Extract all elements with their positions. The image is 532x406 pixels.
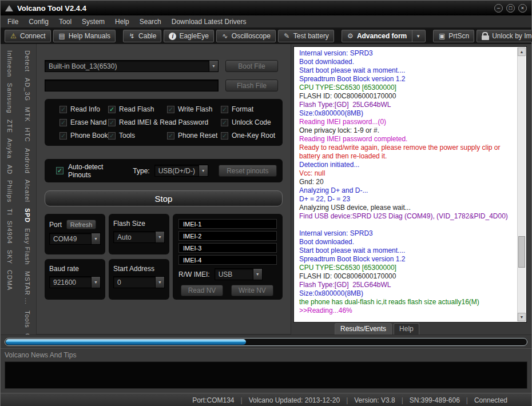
toolbar-button[interactable]: ⚙ Advanced form ▼ — [342, 30, 426, 42]
sidebar-column-2: DetectAD_3GMTKHTCAndroidAlcatelSPDEasy F… — [18, 47, 36, 335]
warning-icon: ⚠ — [10, 33, 17, 39]
operation-checkbox[interactable]: Read IMEI & Read Password — [108, 118, 167, 126]
boot-select[interactable]: Built-in Boot_13(6530) — [45, 60, 219, 72]
operation-checkbox[interactable]: Tools — [108, 132, 167, 140]
flash-file-button[interactable]: Flash File — [225, 79, 278, 91]
imei-field[interactable]: IMEI-3 — [178, 243, 277, 253]
sidebar-tab[interactable]: MSTAR ... — [23, 269, 31, 307]
sidebar-tab[interactable]: Anyka — [6, 136, 14, 161]
sidebar-tab[interactable]: MTK — [23, 105, 31, 124]
port-select[interactable]: COM49 — [49, 233, 101, 245]
log-scrollbar[interactable] — [517, 47, 526, 321]
progress-bar — [5, 338, 527, 346]
toolbar-button[interactable]: ⚠ Connect — [5, 30, 51, 42]
sidebar-tab[interactable]: HTC — [23, 125, 31, 145]
sidebar-tab[interactable]: AD_3G — [23, 75, 31, 104]
auto-detect-checkbox[interactable] — [56, 167, 63, 174]
flash-file-input[interactable] — [45, 79, 219, 91]
boot-file-button[interactable]: Boot File — [225, 60, 278, 72]
pinout-type-select[interactable]: USB(D+/D-) — [154, 165, 208, 177]
start-address-select[interactable]: 0 — [113, 276, 165, 288]
log-line: Find USB device:SPRD U2S Diag (COM49), (… — [299, 212, 516, 221]
dropdown-arrow-icon[interactable] — [209, 61, 218, 71]
toolbar-button[interactable]: Unlock by Imei — [477, 30, 532, 42]
toolbar-button[interactable]: ↯ Cable — [123, 30, 161, 42]
chevron-down-icon[interactable]: ▼ — [412, 30, 420, 42]
sidebar-tab[interactable]: Easy Flash — [23, 226, 31, 267]
sidebar-tab[interactable]: Philips — [6, 178, 14, 205]
operation-checkbox[interactable]: Phone Reset — [167, 132, 221, 140]
log-line: One privacy lock: 1-9 or #. — [299, 126, 516, 135]
close-button[interactable]: × — [518, 4, 527, 13]
menu-item[interactable]: Tool — [59, 18, 72, 26]
menu-item[interactable]: Download Latest Drivers — [172, 18, 247, 26]
sidebar-tab[interactable]: Samsung — [6, 81, 14, 116]
log-line: FLASH ID: 00C8006000170000 — [299, 92, 516, 101]
toolbar-button[interactable]: ▣ PrtScn — [433, 30, 474, 42]
rw-imei-select[interactable]: USB — [215, 268, 263, 280]
sidebar-tab[interactable]: Infineon — [6, 48, 14, 79]
operation-checkbox[interactable]: Unlock Code — [221, 118, 279, 126]
dropdown-arrow-icon[interactable] — [91, 233, 100, 244]
menu-item[interactable]: System — [82, 18, 105, 26]
sidebar-tab[interactable]: CDMA — [6, 268, 14, 293]
log-line: CPU TYPE:SC6530 [65300000] — [299, 83, 516, 92]
baud-rate-select[interactable]: 921600 — [49, 276, 101, 288]
sidebar-tab[interactable]: Tools — [23, 308, 31, 331]
battery-icon: ✎ — [283, 33, 291, 39]
scroll-down-icon[interactable] — [518, 313, 526, 321]
operation-checkbox[interactable]: Erase Nand — [59, 118, 108, 126]
sidebar-tab[interactable]: ZTE — [6, 117, 14, 136]
menu-item[interactable]: File — [7, 18, 18, 26]
dropdown-arrow-icon[interactable] — [155, 277, 164, 288]
imei-field[interactable]: IMEI-1 — [178, 219, 277, 229]
scroll-up-icon[interactable] — [518, 47, 526, 56]
toolbar-button-label: Cable — [138, 32, 156, 40]
operation-checkbox[interactable]: Write Flash — [167, 105, 221, 113]
toolbar-button[interactable]: ∿ Oscilloscope — [216, 30, 276, 42]
operation-checkbox[interactable]: One-Key Root — [221, 132, 279, 140]
menu-item[interactable]: Search — [140, 18, 161, 26]
imei-fields: IMEI-1IMEI-2IMEI-3IMEI-4 — [178, 219, 277, 265]
dropdown-arrow-icon[interactable] — [155, 232, 164, 242]
read-nv-button[interactable]: Read NV — [181, 285, 223, 296]
sidebar-tab[interactable]: Alcatel — [23, 177, 31, 205]
toolbar-button[interactable]: ✎ Test battery — [278, 30, 334, 42]
maximize-button[interactable]: □ — [506, 4, 515, 13]
dropdown-arrow-icon[interactable] — [91, 277, 100, 288]
sidebar-tab[interactable]: AD — [6, 162, 14, 177]
imei-field[interactable]: IMEI-4 — [178, 255, 277, 265]
imei-field[interactable]: IMEI-2 — [178, 231, 277, 241]
imei-panel: IMEI-1IMEI-2IMEI-3IMEI-4 R/W IMEI: USB R… — [173, 214, 283, 300]
sidebar-tab[interactable]: TI — [6, 206, 14, 218]
port-label: Port — [49, 221, 62, 229]
sidebar-tab[interactable]: SPD — [23, 206, 31, 225]
sidebar-tab[interactable]: SKY — [6, 248, 14, 266]
reset-pinouts-button[interactable]: Reset pinouts — [219, 165, 277, 177]
connection-section: Port Refresh COM49 Baud rate 921600 — [45, 214, 283, 300]
sidebar-tab[interactable]: SI4904 — [6, 218, 14, 246]
minimize-button[interactable]: – — [494, 4, 503, 13]
log-tab[interactable]: Results/Events — [335, 323, 392, 335]
stop-button[interactable]: Stop — [45, 190, 283, 206]
log-line: Internal version: SPRD3 — [299, 49, 516, 58]
operation-checkbox[interactable]: Format — [221, 105, 279, 113]
sidebar-tab[interactable]: Android — [23, 146, 31, 176]
toolbar-button[interactable]: i EagleEye — [164, 30, 213, 42]
log-tab[interactable]: Help — [394, 323, 419, 335]
write-nv-button[interactable]: Write NV — [231, 285, 273, 296]
sidebar-tab[interactable]: Detect — [23, 48, 31, 74]
toolbar-button-label: Unlock by Imei — [492, 32, 532, 40]
operation-checkbox[interactable]: Read Info — [59, 105, 108, 113]
dropdown-arrow-icon[interactable] — [253, 269, 262, 280]
operation-checkbox[interactable]: Read Flash — [108, 105, 167, 113]
toolbar-button[interactable]: ▤ Help Manuals — [53, 30, 116, 42]
dropdown-arrow-icon[interactable] — [198, 165, 208, 176]
menu-item[interactable]: Config — [29, 18, 49, 26]
operation-checkbox[interactable]: Phone Book — [59, 132, 108, 140]
flash-size-select[interactable]: Auto — [113, 231, 165, 243]
refresh-button[interactable]: Refresh — [66, 220, 96, 229]
menu-item[interactable]: Help — [115, 18, 129, 26]
status-item: Volcano Updated: 2013-12-20 — [235, 396, 340, 404]
scrollbar-thumb[interactable] — [518, 236, 525, 268]
